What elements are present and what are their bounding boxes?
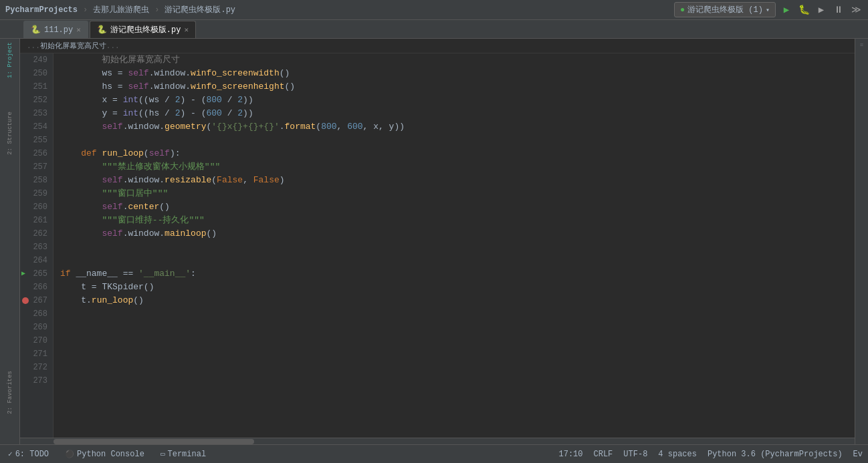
line-separator[interactable]: CRLF	[594, 450, 613, 459]
terminal-button[interactable]: ▭ Terminal	[158, 448, 209, 460]
terminal-label: Terminal	[168, 450, 207, 459]
code-line-263	[53, 241, 855, 254]
console-icon: ⚫	[65, 450, 74, 458]
ln-267: 267	[20, 294, 53, 307]
cursor-position[interactable]: 17:10	[559, 450, 583, 459]
title-bar: PycharmProjects › 去那儿旅游爬虫 › 游记爬虫终极版.py ●…	[0, 0, 868, 20]
ln-252: 252	[20, 94, 53, 107]
ln-272: 272	[20, 361, 53, 374]
horizontal-scrollbar[interactable]	[20, 438, 855, 444]
debug-button[interactable]: 🐛	[797, 3, 810, 17]
code-line-266: t = TKSpider()	[53, 281, 855, 294]
code-line-272	[53, 361, 855, 374]
code-container[interactable]: 249 250 251 252 253 254 255 256 257 258 …	[20, 53, 855, 438]
separator2: ›	[154, 5, 159, 15]
breadcrumb-file: 游记爬虫终极版.py	[165, 4, 235, 15]
ln-259: 259	[20, 187, 53, 200]
code-line-262: self.window.mainloop()	[53, 227, 855, 241]
breadcrumb-text: ...	[27, 42, 40, 50]
line-numbers: 249 250 251 252 253 254 255 256 257 258 …	[20, 53, 53, 438]
code-line-268	[53, 307, 855, 321]
main-area: 1: Project 2: Structure 2: Favorites ...…	[0, 39, 868, 444]
breadcrumb-project: 去那儿旅游爬虫	[93, 4, 149, 15]
code-line-257: """禁止修改窗体大小规格"""	[53, 160, 855, 174]
ln-268: 268	[20, 307, 53, 321]
terminal-icon: ▭	[160, 450, 165, 458]
ln-260: 260	[20, 200, 53, 214]
sidebar-structure[interactable]: 2: Structure	[0, 108, 20, 158]
code-line-269	[53, 321, 855, 334]
status-bar: 17:10 CRLF UTF-8 4 spaces Python 3.6 (Py…	[559, 450, 863, 459]
code-line-264	[53, 254, 855, 267]
code-line-250: ws = self.window.winfo_screenwidth()	[53, 67, 855, 80]
ev-label[interactable]: Ev	[853, 450, 863, 459]
todo-label: 6: TODO	[15, 450, 49, 459]
code-line-258: self.window.resizable(False, False)	[53, 174, 855, 187]
ln-258: 258	[20, 174, 53, 187]
tab-111py-label: 111.py	[44, 25, 73, 35]
bottom-toolbar: ✓ 6: TODO ⚫ Python Console ▭ Terminal 17…	[0, 444, 868, 463]
ln-263: 263	[20, 241, 53, 254]
todo-icon: ✓	[8, 450, 13, 458]
right-sidebar: ≡	[855, 39, 868, 444]
code-line-249: 初始化屏幕宽高尺寸	[53, 53, 855, 67]
python-version[interactable]: Python 3.6 (PycharmProjects)	[708, 450, 843, 459]
tab-111py-close[interactable]: ✕	[76, 25, 81, 34]
code-line-259: """窗口居中"""	[53, 187, 855, 200]
code-line-255	[53, 134, 855, 147]
ln-249: 249	[20, 53, 53, 67]
run-button[interactable]: ▶	[780, 3, 793, 17]
ln-257: 257	[20, 160, 53, 174]
code-line-261: """窗口维持--持久化"""	[53, 214, 855, 227]
run-config-chevron: ▾	[766, 6, 770, 14]
left-sidebar: 1: Project 2: Structure 2: Favorites	[0, 39, 20, 444]
encoding[interactable]: UTF-8	[623, 450, 647, 459]
minimap: ≡	[860, 42, 863, 49]
breadcrumb-dots: ...	[106, 42, 120, 50]
ln-264: 264	[20, 254, 53, 267]
ln-262: 262	[20, 227, 53, 241]
ln-254: 254	[20, 120, 53, 134]
code-line-265: if __name__ == '__main__':	[53, 267, 855, 281]
tab-spider-icon: 🐍	[97, 25, 107, 35]
ln-250: 250	[20, 67, 53, 80]
code-line-254: self.window.geometry('{}x{}+{}+{}'.forma…	[53, 120, 855, 134]
code-line-270	[53, 334, 855, 347]
ln-269: 269	[20, 321, 53, 334]
separator1: ›	[83, 5, 88, 15]
todo-button[interactable]: ✓ 6: TODO	[5, 448, 51, 460]
title-bar-left: PycharmProjects › 去那儿旅游爬虫 › 游记爬虫终极版.py	[5, 4, 235, 15]
breadcrumb-function: 初始化屏幕宽高尺寸	[40, 41, 106, 51]
console-label: Python Console	[77, 450, 144, 459]
h-scrollbar-thumb[interactable]	[53, 439, 254, 444]
code-line-256: def run_loop(self):	[53, 147, 855, 160]
breadcrumb: ... 初始化屏幕宽高尺寸 ...	[20, 39, 855, 53]
coverage-button[interactable]: ▶	[815, 3, 828, 17]
profile-button[interactable]: ⏸	[832, 3, 845, 17]
ln-255: 255	[20, 134, 53, 147]
tab-111py[interactable]: 🐍 111.py ✕	[23, 21, 88, 38]
python-console-button[interactable]: ⚫ Python Console	[62, 448, 147, 460]
code-line-271	[53, 347, 855, 361]
ln-256: 256	[20, 147, 53, 160]
tab-111py-icon: 🐍	[31, 25, 41, 35]
code-lines: 初始化屏幕宽高尺寸 ws = self.window.winfo_screenw…	[53, 53, 855, 438]
more-button[interactable]: ≫	[849, 3, 863, 17]
tab-spider-label: 游记爬虫终极版.py	[110, 24, 181, 35]
sidebar-project[interactable]: 1: Project	[0, 39, 20, 82]
indent-style[interactable]: 4 spaces	[658, 450, 697, 459]
code-line-260: self.center()	[53, 200, 855, 214]
run-config-selector[interactable]: ● 游记爬虫终极版 (1) ▾	[674, 2, 776, 17]
ln-261: 261	[20, 214, 53, 227]
ln-273: 273	[20, 374, 53, 388]
code-line-251: hs = self.window.winfo_screenheight()	[53, 80, 855, 94]
code-line-253: y = int((hs / 2) - (600 / 2))	[53, 107, 855, 120]
code-line-267: t.run_loop()	[53, 294, 855, 307]
app-title: PycharmProjects	[5, 5, 78, 15]
ln-253: 253	[20, 107, 53, 120]
sidebar-favorites[interactable]: 2: Favorites	[0, 367, 20, 418]
title-bar-right: ● 游记爬虫终极版 (1) ▾ ▶ 🐛 ▶ ⏸ ≫	[674, 2, 863, 17]
tab-spider-close[interactable]: ✕	[184, 25, 189, 34]
tab-spider[interactable]: 🐍 游记爬虫终极版.py ✕	[90, 21, 196, 38]
ln-266: 266	[20, 281, 53, 294]
